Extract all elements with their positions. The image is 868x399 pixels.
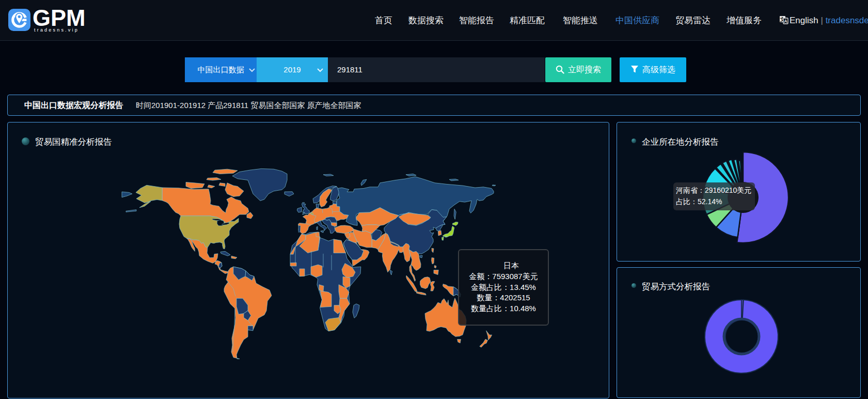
svg-text:A: A [784, 19, 787, 24]
